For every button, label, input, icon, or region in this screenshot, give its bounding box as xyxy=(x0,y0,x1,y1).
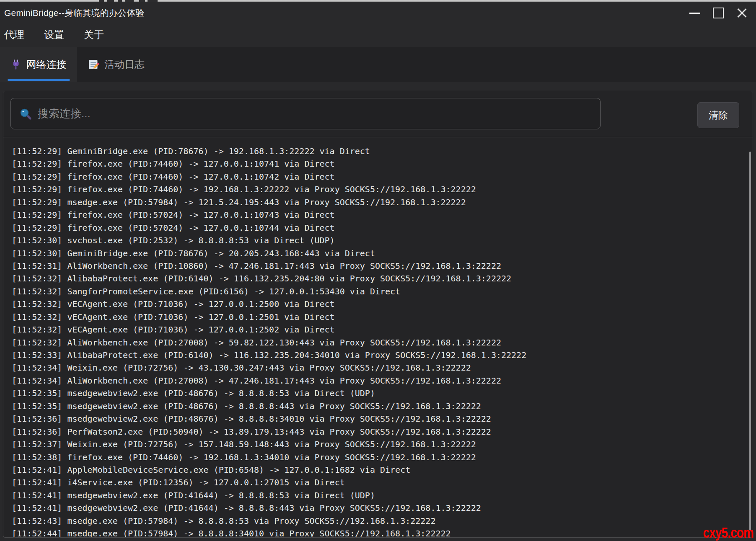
log-line: [11:52:29] firefox.exe (PID:74460) -> 12… xyxy=(12,157,753,170)
scrollbar-thumb[interactable] xyxy=(749,152,751,531)
log-line: [11:52:30] svchost.exe (PID:2532) -> 8.8… xyxy=(12,234,753,247)
log-line: [11:52:36] PerfWatson2.exe (PID:50940) -… xyxy=(12,425,753,438)
clear-button[interactable]: 清除 xyxy=(697,102,739,128)
app-window: GeminiBridge--身临其境的办公体验 代理 设置 关于 xyxy=(0,0,756,541)
tab-strip: 网络连接 活动日志 xyxy=(0,47,756,82)
search-box[interactable] xyxy=(10,98,601,129)
search-input[interactable] xyxy=(37,107,600,121)
log-line: [11:52:41] AppleMobileDeviceService.exe … xyxy=(12,464,753,476)
log-line: [11:52:37] Weixin.exe (PID:72756) -> 157… xyxy=(12,438,753,451)
log-line: [11:52:31] AliWorkbench.exe (PID:10860) … xyxy=(12,260,753,272)
log-line: [11:52:35] msedgewebview2.exe (PID:48676… xyxy=(12,387,753,399)
connection-log[interactable]: [11:52:29] GeminiBridge.exe (PID:78676) … xyxy=(3,137,753,537)
log-line: [11:52:32] SangforPromoteService.exe (PI… xyxy=(12,285,753,298)
log-line: [11:52:43] msedge.exe (PID:57984) -> 8.8… xyxy=(12,515,753,527)
menu-item-settings[interactable]: 设置 xyxy=(40,26,68,44)
tab-activity-log[interactable]: 活动日志 xyxy=(77,47,161,82)
log-line: [11:52:38] firefox.exe (PID:74460) -> 19… xyxy=(12,451,753,464)
log-line: [11:52:36] msedgewebview2.exe (PID:48676… xyxy=(12,412,753,425)
log-line: [11:52:32] vECAgent.exe (PID:71036) -> 1… xyxy=(12,311,753,323)
log-line: [11:52:44] msedge.exe (PID:57984) -> 8.8… xyxy=(12,527,753,537)
tab-label: 网络连接 xyxy=(26,58,67,71)
log-line: [11:52:41] msedgewebview2.exe (PID:41644… xyxy=(12,489,753,502)
log-line: [11:52:32] vECAgent.exe (PID:71036) -> 1… xyxy=(12,298,753,310)
log-line: [11:52:29] firefox.exe (PID:57024) -> 12… xyxy=(12,209,753,221)
title-bar[interactable]: GeminiBridge--身临其境的办公体验 xyxy=(0,2,756,23)
log-line: [11:52:29] GeminiBridge.exe (PID:78676) … xyxy=(12,145,753,157)
window-controls xyxy=(683,4,753,22)
memo-pencil-icon xyxy=(88,59,99,70)
log-line: [11:52:35] msedgewebview2.exe (PID:48676… xyxy=(12,400,753,412)
minimize-icon xyxy=(689,13,700,14)
log-line: [11:52:34] Weixin.exe (PID:72756) -> 43.… xyxy=(12,361,753,374)
minimize-button[interactable] xyxy=(683,4,707,22)
active-tab-underline xyxy=(8,79,70,81)
log-line: [11:52:30] GeminiBridge.exe (PID:78676) … xyxy=(12,247,753,260)
log-line: [11:52:32] vECAgent.exe (PID:71036) -> 1… xyxy=(12,323,753,336)
window-title: GeminiBridge--身临其境的办公体验 xyxy=(4,7,145,19)
connections-panel: 清除 [11:52:29] GeminiBridge.exe (PID:7867… xyxy=(3,91,753,538)
watermark: cxy5.com xyxy=(703,524,753,541)
log-line: [11:52:32] AlibabaProtect.exe (PID:6140)… xyxy=(12,272,753,285)
maximize-button[interactable] xyxy=(707,4,730,22)
search-icon xyxy=(19,108,32,120)
menu-item-about[interactable]: 关于 xyxy=(80,26,108,44)
tab-label: 活动日志 xyxy=(104,58,145,71)
log-line: [11:52:33] AlibabaProtect.exe (PID:6140)… xyxy=(12,349,753,361)
menu-item-proxy[interactable]: 代理 xyxy=(0,26,28,44)
close-icon xyxy=(736,8,747,18)
log-line: [11:52:41] i4Service.exe (PID:12356) -> … xyxy=(12,476,753,489)
close-button[interactable] xyxy=(730,4,753,22)
tab-network-connections[interactable]: 网络连接 xyxy=(0,47,77,82)
log-line: [11:52:29] msedge.exe (PID:57984) -> 121… xyxy=(12,196,753,209)
log-line: [11:52:29] firefox.exe (PID:74460) -> 12… xyxy=(12,170,753,183)
log-line: [11:52:34] AliWorkbench.exe (PID:27008) … xyxy=(12,374,753,387)
maximize-icon xyxy=(713,8,724,18)
log-line: [11:52:41] msedgewebview2.exe (PID:41644… xyxy=(12,502,753,514)
menu-bar: 代理 设置 关于 xyxy=(0,23,756,46)
log-line: [11:52:29] firefox.exe (PID:74460) -> 19… xyxy=(12,183,753,196)
log-line: [11:52:29] firefox.exe (PID:57024) -> 12… xyxy=(12,222,753,234)
log-line: [11:52:32] AliWorkbench.exe (PID:27008) … xyxy=(12,336,753,349)
plug-icon xyxy=(10,59,21,70)
